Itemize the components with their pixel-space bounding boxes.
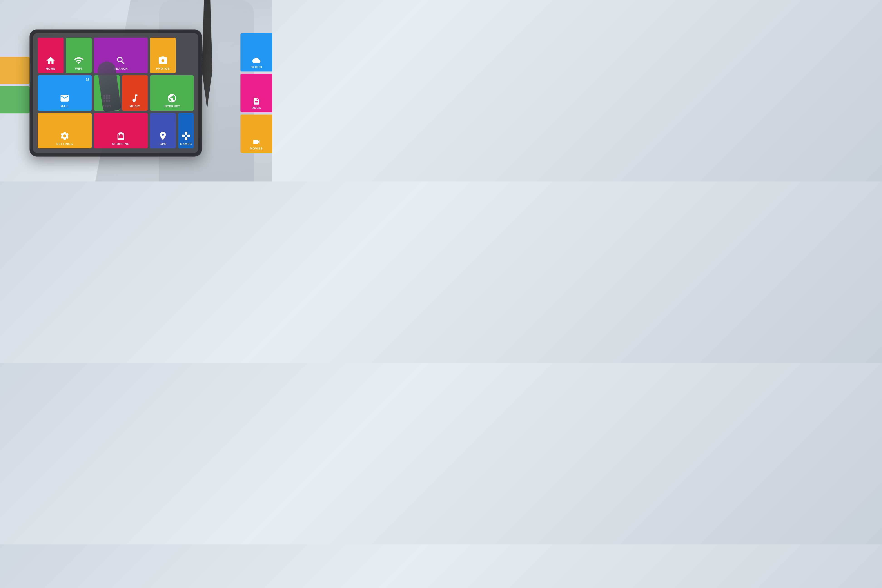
cloud-icon xyxy=(252,56,260,64)
movies-label: MOVIES xyxy=(250,147,263,150)
wifi-icon xyxy=(74,56,84,66)
shopping-tile[interactable]: SHOPPING xyxy=(94,113,148,148)
docs-label: DOCS xyxy=(252,106,261,110)
left-tile-1 xyxy=(0,57,30,84)
left-tile-2 xyxy=(0,86,30,113)
home-icon xyxy=(46,56,56,66)
shopping-icon xyxy=(116,131,126,141)
settings-tile[interactable]: SETTINGS xyxy=(38,113,92,148)
right-side-tiles: CLOUD DOCS MOVIES xyxy=(240,30,272,156)
music-label: MUSIC xyxy=(129,105,140,108)
shopping-label: SHOPPING xyxy=(112,142,129,146)
search-label: SEARCH xyxy=(114,67,128,70)
music-icon xyxy=(130,93,140,103)
camera-icon xyxy=(158,56,168,66)
docs-tile[interactable]: DOCS xyxy=(240,74,272,112)
search-icon xyxy=(116,56,126,66)
cloud-label: CLOUD xyxy=(250,65,262,69)
gamepad-icon xyxy=(181,131,191,141)
settings-icon xyxy=(60,131,70,141)
globe-icon xyxy=(167,93,177,103)
wifi-label: WiFi xyxy=(75,67,82,70)
games-label: GAMES xyxy=(180,142,192,146)
gps-label: GPS xyxy=(159,142,166,146)
home-tile[interactable]: HOME xyxy=(38,38,63,73)
compass-icon xyxy=(158,131,168,141)
games-tile[interactable]: GAMES xyxy=(178,113,194,148)
mail-label: MAIL xyxy=(61,105,69,108)
internet-label: INTERNET xyxy=(164,105,180,108)
left-side-tiles xyxy=(0,57,30,113)
gps-tile[interactable]: GPS xyxy=(150,113,176,148)
mail-icon xyxy=(60,93,70,103)
photos-label: PHOTOS xyxy=(156,67,170,70)
mail-tile[interactable]: 12 MAIL xyxy=(38,75,92,111)
home-label: HOME xyxy=(46,67,56,70)
movies-tile[interactable]: MOVIES xyxy=(240,114,272,153)
document-icon xyxy=(252,97,260,105)
music-tile[interactable]: MUSIC xyxy=(122,75,148,111)
internet-tile[interactable]: INTERNET xyxy=(150,75,194,111)
cloud-tile[interactable]: CLOUD xyxy=(240,33,272,72)
mail-badge: 12 xyxy=(86,78,89,81)
photos-tile[interactable]: PHOTOS xyxy=(150,38,176,73)
settings-label: SETTINGS xyxy=(56,142,73,146)
video-icon xyxy=(252,138,260,146)
wifi-tile[interactable]: WiFi xyxy=(66,38,92,73)
